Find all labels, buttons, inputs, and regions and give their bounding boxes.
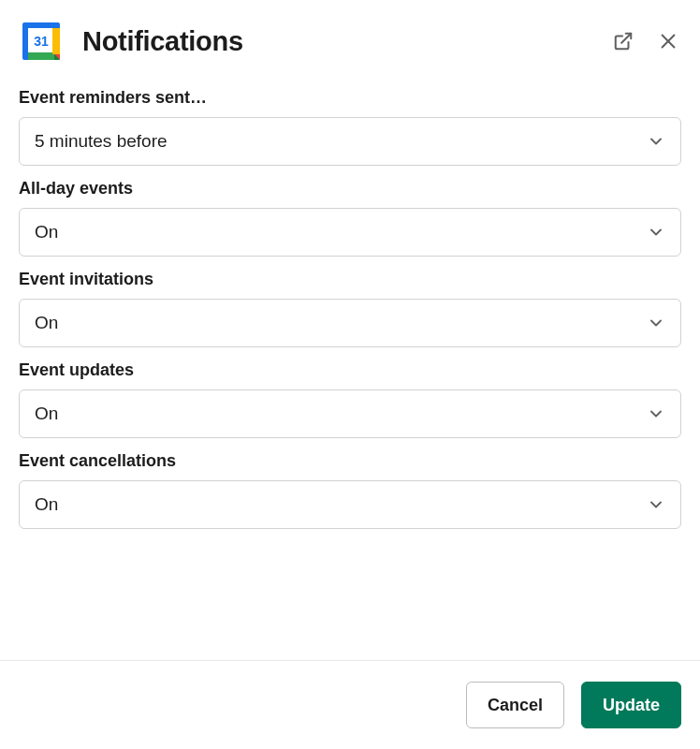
label-event-cancellations: Event cancellations [19,451,681,471]
update-button[interactable]: Update [581,682,681,728]
svg-rect-3 [52,28,60,54]
chevron-down-icon [647,132,665,151]
select-event-reminders[interactable]: 5 minutes before [19,117,681,166]
field-allday-events: All-day events On [19,179,681,257]
cancel-button[interactable]: Cancel [466,682,564,728]
chevron-down-icon [647,495,665,514]
select-value: On [35,404,647,424]
select-event-invitations[interactable]: On [19,299,681,347]
select-value: On [35,313,647,333]
label-event-updates: Event updates [19,360,681,380]
select-allday-events[interactable]: On [19,208,681,257]
select-value: On [35,222,647,242]
chevron-down-icon [647,223,665,242]
svg-rect-2 [28,52,54,60]
field-event-invitations: Event invitations On [19,270,681,347]
label-event-reminders: Event reminders sent… [19,88,681,108]
google-calendar-icon: 31 [19,19,64,64]
page-title: Notifications [82,26,610,57]
svg-text:31: 31 [34,34,49,49]
label-event-invitations: Event invitations [19,270,681,289]
close-button[interactable] [655,28,681,54]
chevron-down-icon [647,404,665,423]
select-event-cancellations[interactable]: On [19,480,681,529]
select-value: On [35,494,647,515]
field-event-updates: Event updates On [19,360,681,438]
label-allday-events: All-day events [19,179,681,198]
select-event-updates[interactable]: On [19,389,681,438]
chevron-down-icon [647,314,665,332]
field-event-reminders: Event reminders sent… 5 minutes before [19,88,681,166]
open-external-button[interactable] [610,28,636,54]
modal-header: 31 Notifications [0,0,700,73]
external-link-icon [613,31,634,51]
modal-footer: Cancel Update [0,660,700,749]
header-actions [610,28,681,54]
modal-content: Event reminders sent… 5 minutes before A… [0,73,700,660]
select-value: 5 minutes before [35,131,647,152]
close-icon [658,31,678,51]
svg-line-7 [621,34,631,43]
field-event-cancellations: Event cancellations On [19,451,681,529]
